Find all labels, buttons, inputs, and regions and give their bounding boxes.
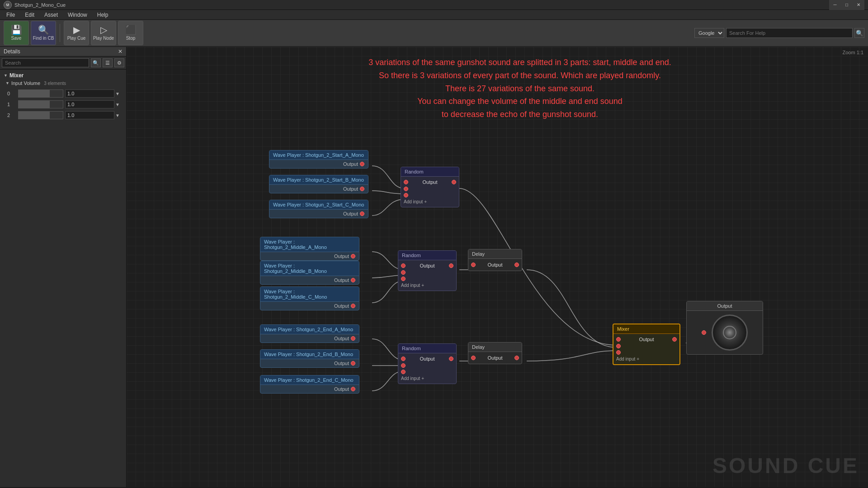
wave-player-start-a[interactable]: Wave Player : Shotgun_2_Start_A_Mono Out… [269, 150, 368, 169]
random-node-3-output-row: Output [398, 355, 456, 362]
wave-player-middle-b[interactable]: Wave Player : Shotgun_2_Middle_B_Mono Ou… [260, 261, 359, 285]
input-port-2[interactable] [616, 350, 621, 355]
input-port[interactable] [616, 337, 621, 342]
output-port[interactable] [672, 337, 677, 342]
input-port[interactable] [471, 263, 476, 267]
panel-options-button[interactable]: ⚙ [114, 58, 124, 67]
random-node-2-add-input[interactable]: Add input + [398, 282, 456, 289]
output-port[interactable] [351, 361, 355, 366]
output-label: Output [420, 263, 434, 268]
input-row-1-slider[interactable] [18, 100, 63, 108]
input-port-2[interactable] [401, 277, 406, 281]
random-node-3-add-input[interactable]: Add input + [398, 375, 456, 382]
output-label: Output [639, 337, 654, 342]
canvas-area[interactable]: Zoom 1:1 3 variations of the same gunsho… [127, 47, 868, 487]
panel-search-input[interactable] [2, 58, 89, 67]
wave-player-start-c[interactable]: Wave Player : Shotgun_2_Start_C_Mono Out… [269, 200, 368, 218]
wave-player-end-a[interactable]: Wave Player : Shotgun_2_End_A_Mono Outpu… [260, 324, 359, 343]
input-port-1[interactable] [401, 270, 406, 275]
output-port[interactable] [449, 263, 453, 268]
save-button[interactable]: 💾 Save [4, 21, 29, 45]
random-node-2-title: Random [398, 251, 456, 260]
input-row-2-arrow[interactable]: ▼ [114, 113, 121, 118]
menu-file[interactable]: File [2, 11, 19, 19]
random-node-2[interactable]: Random Output Add input + [398, 250, 457, 291]
search-input[interactable] [726, 28, 853, 38]
input-row-0: 0 1.0 ▼ [4, 89, 123, 99]
input-row-2-slider[interactable] [18, 111, 63, 119]
output-port[interactable] [351, 336, 355, 341]
mixer-section-header: Mixer [4, 72, 123, 79]
search-button[interactable]: 🔍 [854, 28, 864, 38]
menu-help[interactable]: Help [93, 11, 113, 19]
input-row-1-arrow[interactable]: ▼ [114, 102, 121, 107]
wave-player-end-b-title: Wave Player : Shotgun_2_End_B_Mono [260, 350, 359, 359]
wave-player-middle-c[interactable]: Wave Player : Shotgun_2_Middle_C_Mono Ou… [260, 286, 359, 310]
panel-list-view-button[interactable]: ☰ [103, 58, 113, 67]
input-row-0-slider[interactable] [18, 89, 63, 98]
add-input-plus: + [424, 199, 427, 204]
output-port[interactable] [514, 263, 519, 267]
random-node-1-in1 [401, 186, 459, 192]
menu-window[interactable]: Window [63, 11, 92, 19]
find-in-cb-button[interactable]: 🔍 Find in CB [31, 21, 56, 45]
input-port[interactable] [401, 263, 406, 268]
details-tab: Details ✕ [0, 47, 126, 56]
details-tab-label: Details [4, 48, 20, 55]
minimize-button[interactable]: ─ [829, 0, 841, 10]
details-close-button[interactable]: ✕ [118, 48, 123, 55]
input-port-2[interactable] [401, 370, 406, 374]
play-cue-button[interactable]: ▶ Play Cue [64, 21, 89, 45]
output-node[interactable]: Output [686, 301, 763, 355]
maximize-button[interactable]: □ [841, 0, 853, 10]
mixer-node[interactable]: Mixer Output Add input + [613, 324, 680, 365]
delay-node-1[interactable]: Delay Output [468, 249, 522, 271]
stop-icon: ⬛ [125, 25, 137, 34]
output-port[interactable] [351, 278, 355, 282]
random-node-1-add-input[interactable]: Add input + [401, 198, 459, 205]
random-node-1[interactable]: Random Output Add input + [401, 167, 459, 207]
output-input-port[interactable] [702, 330, 706, 335]
annotation-line3: There is 27 variations of the same sound… [285, 82, 755, 95]
input-port[interactable] [404, 180, 408, 184]
random-node-3[interactable]: Random Output Add input + [398, 343, 457, 384]
close-button[interactable]: ✕ [853, 0, 864, 10]
wave-player-middle-a[interactable]: Wave Player : Shotgun_2_Middle_A_Mono Ou… [260, 237, 359, 261]
output-port[interactable] [449, 357, 453, 361]
wave-player-end-c[interactable]: Wave Player : Shotgun_2_End_C_Mono Outpu… [260, 375, 359, 394]
wave-player-middle-a-output: Output [260, 252, 359, 260]
play-node-label: Play Node [93, 36, 114, 41]
left-panel: Details ✕ 🔍 ☰ ⚙ Mixer Input Volume 3 ele… [0, 47, 127, 487]
input-port[interactable] [471, 356, 476, 360]
google-select[interactable]: Google [694, 28, 724, 38]
input-port[interactable] [401, 357, 406, 361]
input-port-1[interactable] [401, 363, 406, 368]
output-port[interactable] [351, 387, 355, 391]
random-node-2-in1 [398, 269, 456, 276]
input-row-0-arrow[interactable]: ▼ [114, 91, 121, 96]
stop-button[interactable]: ⬛ Stop [118, 21, 143, 45]
panel-search-button[interactable]: 🔍 [91, 58, 101, 67]
output-port[interactable] [452, 180, 456, 184]
output-port[interactable] [351, 304, 355, 308]
menu-asset[interactable]: Asset [40, 11, 62, 19]
wave-player-start-b[interactable]: Wave Player : Shotgun_2_Start_B_Mono Out… [269, 175, 368, 193]
output-port[interactable] [514, 356, 519, 360]
output-port[interactable] [360, 211, 364, 216]
output-port[interactable] [360, 162, 364, 166]
output-label: Output [334, 361, 349, 366]
output-port[interactable] [351, 254, 355, 258]
wave-player-end-b[interactable]: Wave Player : Shotgun_2_End_B_Mono Outpu… [260, 349, 359, 368]
titlebar-title: Shotgun_2_Mono_Cue [14, 2, 66, 8]
input-port-2[interactable] [404, 193, 408, 197]
output-port[interactable] [360, 187, 364, 191]
play-node-button[interactable]: ▷ Play Node [91, 21, 116, 45]
delay-node-2-title: Delay [468, 343, 522, 352]
delay-node-2[interactable]: Delay Output [468, 342, 522, 364]
mixer-node-in2 [613, 349, 679, 356]
menu-edit[interactable]: Edit [20, 11, 39, 19]
input-port-1[interactable] [404, 187, 408, 191]
input-port-1[interactable] [616, 344, 621, 348]
input-row-2: 2 1.0 ▼ [4, 110, 123, 120]
mixer-node-add-input[interactable]: Add input + [613, 356, 679, 362]
